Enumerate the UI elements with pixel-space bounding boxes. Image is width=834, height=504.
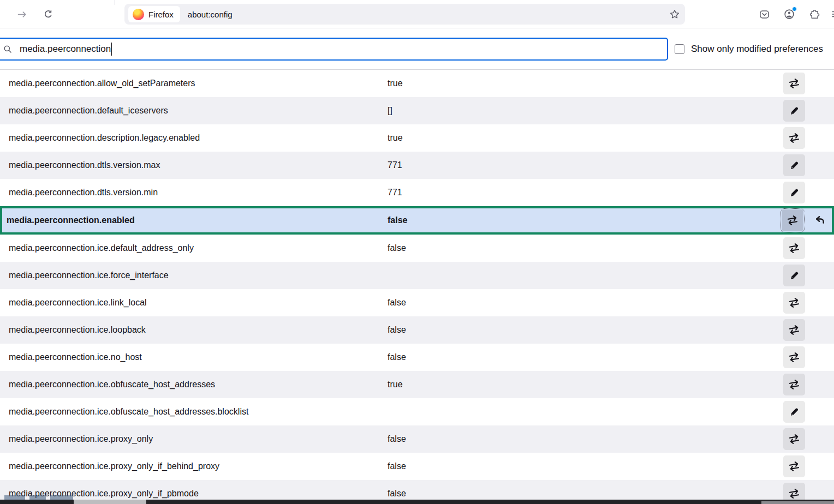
toggle-icon <box>788 460 800 472</box>
undo-icon <box>814 215 825 226</box>
pref-name: media.peerconnection.enabled <box>7 215 388 225</box>
toggle-icon <box>788 488 800 500</box>
tabstrip-divider <box>115 0 115 5</box>
pref-row[interactable]: media.peerconnection.ice.default_address… <box>0 235 834 262</box>
config-search-input[interactable]: media.peerconnection <box>0 38 668 61</box>
edit-pref-button[interactable] <box>783 154 805 176</box>
pref-value: false <box>388 489 783 499</box>
pref-row[interactable]: media.peerconnection.ice.no_host false <box>0 344 834 371</box>
pref-row[interactable]: media.peerconnection.dtls.version.min 77… <box>0 179 834 206</box>
toggle-icon <box>788 77 800 89</box>
pref-name: media.peerconnection.dtls.version.min <box>9 188 388 197</box>
pref-name: media.peerconnection.dtls.version.max <box>9 160 388 170</box>
pref-row[interactable]: media.peerconnection.description.legacy.… <box>0 124 834 152</box>
toggle-icon <box>788 351 800 363</box>
pref-name: media.peerconnection.default_iceservers <box>9 106 388 116</box>
extensions-button[interactable] <box>806 5 823 23</box>
pref-value: true <box>388 133 783 143</box>
toggle-pref-button[interactable] <box>783 346 805 368</box>
toggle-pref-button[interactable] <box>782 209 803 231</box>
pref-name: media.peerconnection.ice.proxy_only_if_b… <box>9 461 388 471</box>
pref-name: media.peerconnection.ice.loopback <box>9 325 388 335</box>
toggle-pref-button[interactable] <box>783 237 805 259</box>
pref-row[interactable]: media.peerconnection.ice.proxy_only fals… <box>0 425 834 453</box>
pref-value: true <box>388 380 783 389</box>
show-modified-label: Show only modified preferences <box>691 44 823 55</box>
url-text[interactable]: about:config <box>188 10 665 19</box>
pref-row[interactable]: media.peerconnection.ice.force_interface <box>0 262 834 289</box>
pencil-icon <box>790 188 799 197</box>
pref-value: false <box>388 461 783 471</box>
pref-value: false <box>388 243 783 253</box>
edit-pref-button[interactable] <box>783 265 805 286</box>
pref-value: 771 <box>388 188 783 197</box>
toggle-icon <box>787 214 799 226</box>
pref-value: false <box>388 352 783 362</box>
pref-value: 771 <box>388 160 783 170</box>
taskbar-edge <box>0 500 834 504</box>
status-panel-clipped-text <box>4 495 74 500</box>
pref-name: media.peerconnection.description.legacy.… <box>9 133 388 143</box>
prefs-list: media.peerconnection.allow_old_setParame… <box>0 69 834 504</box>
hamburger-icon <box>831 9 834 19</box>
menu-button[interactable] <box>827 5 834 23</box>
toggle-icon <box>788 132 800 144</box>
pref-name: media.peerconnection.ice.proxy_only <box>9 434 388 444</box>
pref-name: media.peerconnection.allow_old_setParame… <box>9 79 388 88</box>
reload-button[interactable] <box>39 5 57 23</box>
toggle-icon <box>788 297 800 309</box>
pencil-icon <box>790 271 799 280</box>
pref-value: true <box>388 79 783 88</box>
taskbar-segment-right <box>761 501 834 504</box>
edit-pref-button[interactable] <box>783 100 805 122</box>
reload-icon <box>44 10 53 19</box>
browser-toolbar: Firefox about:config <box>0 0 834 28</box>
toggle-pref-button[interactable] <box>783 292 805 314</box>
identity-chip[interactable]: Firefox <box>128 6 180 22</box>
pencil-icon <box>790 407 799 416</box>
pref-row[interactable]: media.peerconnection.ice.proxy_only_if_b… <box>0 453 834 480</box>
pref-row[interactable]: media.peerconnection.allow_old_setParame… <box>0 70 834 97</box>
toggle-pref-button[interactable] <box>783 319 805 341</box>
text-caret <box>111 43 112 56</box>
pocket-button[interactable] <box>755 5 773 23</box>
pref-name: media.peerconnection.ice.no_host <box>9 352 388 362</box>
pref-name: media.peerconnection.ice.link_local <box>9 298 388 308</box>
pref-row[interactable]: media.peerconnection.ice.loopback false <box>0 316 834 344</box>
identity-chip-label: Firefox <box>148 10 174 19</box>
pencil-icon <box>790 161 799 170</box>
pref-row[interactable]: media.peerconnection.ice.link_local fals… <box>0 289 834 316</box>
taskbar-segment <box>74 500 146 504</box>
toggle-pref-button[interactable] <box>783 374 805 395</box>
toggle-icon <box>788 379 800 391</box>
back-button[interactable] <box>0 5 4 23</box>
pref-name: media.peerconnection.ice.obfuscate_host_… <box>9 407 388 417</box>
edit-pref-button[interactable] <box>783 182 805 203</box>
pref-value: false <box>388 298 783 308</box>
toggle-icon <box>788 433 800 445</box>
toggle-pref-button[interactable] <box>783 428 805 450</box>
pref-row[interactable]: media.peerconnection.ice.obfuscate_host_… <box>0 371 834 398</box>
bookmark-button[interactable] <box>665 5 684 23</box>
pref-value: false <box>388 215 782 225</box>
pref-row[interactable]: media.peerconnection.dtls.version.max 77… <box>0 152 834 179</box>
undo-pref-button[interactable] <box>810 211 830 230</box>
toggle-icon <box>788 242 800 254</box>
toggle-pref-button[interactable] <box>783 73 805 94</box>
pref-row[interactable]: media.peerconnection.default_iceservers … <box>0 97 834 124</box>
edit-pref-button[interactable] <box>783 401 805 423</box>
pref-name: media.peerconnection.ice.force_interface <box>9 271 388 280</box>
config-search-section: media.peerconnection Show only modified … <box>0 29 834 69</box>
toggle-icon <box>788 324 800 336</box>
search-icon <box>3 45 12 53</box>
account-button[interactable] <box>781 5 798 23</box>
forward-button[interactable] <box>13 5 31 23</box>
toggle-pref-button[interactable] <box>783 455 805 477</box>
url-bar[interactable]: Firefox about:config <box>124 4 685 25</box>
pref-row[interactable]: media.peerconnection.ice.obfuscate_host_… <box>0 398 834 425</box>
pref-row[interactable]: media.peerconnection.enabled false <box>0 206 834 235</box>
pref-value: [] <box>388 106 783 116</box>
show-modified-checkbox[interactable] <box>675 44 684 54</box>
toggle-pref-button[interactable] <box>783 127 805 149</box>
pref-value: false <box>388 434 783 444</box>
